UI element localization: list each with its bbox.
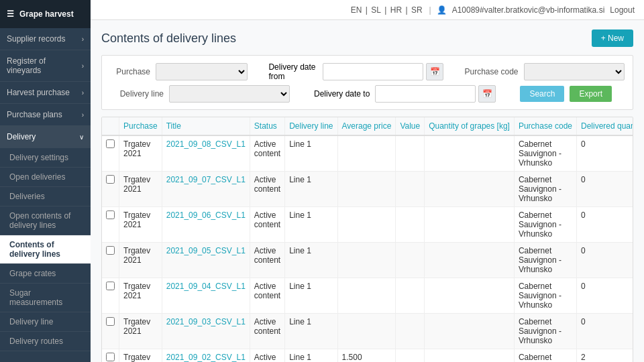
row-title[interactable]: 2021_09_06_CSV_L1 xyxy=(162,207,250,243)
row-value xyxy=(396,243,425,278)
purchase-select[interactable] xyxy=(156,63,248,80)
new-button[interactable]: + New xyxy=(592,29,633,47)
sidebar-item-contents-of-delivery-lines[interactable]: Contents of delivery lines xyxy=(0,235,91,264)
row-checkbox[interactable] xyxy=(106,139,115,148)
row-checkbox[interactable] xyxy=(106,246,115,255)
row-qty-grapes xyxy=(425,172,515,207)
row-avg-price xyxy=(337,314,396,349)
sidebar-item-delivery[interactable]: Delivery ∨ xyxy=(0,126,91,148)
row-purchase: Trgatev 2021 xyxy=(119,207,162,243)
sidebar-label-delivery-line: Delivery line xyxy=(9,317,53,326)
delivery-date-to-input[interactable] xyxy=(375,85,476,103)
row-checkbox[interactable] xyxy=(106,317,115,326)
row-status: Active content xyxy=(250,243,284,278)
row-status: Active content xyxy=(250,207,284,243)
row-checkbox[interactable] xyxy=(106,282,115,290)
sidebar-item-sugar-measurements[interactable]: Sugar measurements xyxy=(0,284,91,312)
table-row: Trgatev 2021 2021_09_06_CSV_L1 Active co… xyxy=(102,207,633,243)
row-delivered-qty: 0 xyxy=(576,243,633,278)
language-links: EN | SL | HR | SR xyxy=(350,5,424,15)
row-checkbox-cell[interactable] xyxy=(102,135,119,172)
filter-area: Purchase Delivery date from 📅 Purchase c… xyxy=(101,55,633,110)
calendar-to-icon[interactable]: 📅 xyxy=(478,85,496,103)
sidebar-item-delivery-routes[interactable]: Delivery routes xyxy=(0,332,91,351)
row-value xyxy=(396,207,425,243)
lang-hr[interactable]: HR xyxy=(390,5,402,15)
search-button[interactable]: Search xyxy=(520,86,564,102)
lang-en[interactable]: EN xyxy=(351,5,362,15)
col-delivery-line[interactable]: Delivery line xyxy=(285,117,337,135)
app-title-header: ☰ Grape harvest xyxy=(0,0,91,28)
row-avg-price xyxy=(337,207,396,243)
row-title[interactable]: 2021_09_03_CSV_L1 xyxy=(162,314,250,349)
col-status[interactable]: Status xyxy=(250,117,284,135)
delivery-date-from-input[interactable] xyxy=(323,63,423,80)
row-qty-grapes xyxy=(425,314,515,349)
sidebar-item-open-contents[interactable]: Open contents of delivery lines xyxy=(0,206,91,235)
sidebar-label-harvest-purchase: Harvest purchase xyxy=(7,88,70,97)
purchase-code-select[interactable] xyxy=(524,63,625,80)
row-title[interactable]: 2021_09_04_CSV_L1 xyxy=(162,278,250,314)
sidebar-item-deliveries[interactable]: Deliveries xyxy=(0,187,91,206)
col-purchase-code[interactable]: Purchase code xyxy=(514,117,576,135)
sidebar-item-grape-crates[interactable]: Grape crates xyxy=(0,264,91,284)
row-checkbox-cell[interactable] xyxy=(102,172,119,207)
filter-row-1: Purchase Delivery date from 📅 Purchase c… xyxy=(110,62,625,81)
logout-button[interactable]: Logout xyxy=(610,5,635,15)
col-delivered-qty[interactable]: Delivered quantity xyxy=(576,117,633,135)
chevron-icon: › xyxy=(82,89,84,97)
calendar-from-icon[interactable]: 📅 xyxy=(426,63,443,80)
delivery-line-select[interactable] xyxy=(169,85,290,103)
app-title: Grape harvest xyxy=(19,9,74,19)
row-checkbox-cell[interactable] xyxy=(102,207,119,243)
row-avg-price xyxy=(337,278,396,314)
row-checkbox[interactable] xyxy=(106,210,115,219)
sidebar-item-supplier-records[interactable]: Supplier records › xyxy=(0,28,91,50)
purchase-code-label: Purchase code xyxy=(464,67,518,76)
row-title[interactable]: 2021_09_08_CSV_L1 xyxy=(162,135,250,172)
sidebar-item-more[interactable]: ... xyxy=(0,351,91,362)
row-title[interactable]: 2021_09_02_CSV_L1 xyxy=(162,349,250,363)
row-qty-grapes xyxy=(425,207,515,243)
col-value[interactable]: Value xyxy=(396,117,425,135)
row-delivered-qty: 2 xyxy=(576,349,633,363)
lang-sr[interactable]: SR xyxy=(411,5,423,15)
row-avg-price xyxy=(337,135,396,172)
row-purchase: Trgatev 2021 xyxy=(119,314,162,349)
topbar: EN | SL | HR | SR | 👤 A10089#valter.brat… xyxy=(91,0,644,20)
sidebar-label-sugar-measurements: Sugar measurements xyxy=(9,288,62,307)
row-checkbox[interactable] xyxy=(106,175,115,184)
row-value xyxy=(396,135,425,172)
row-delivered-qty: 0 xyxy=(576,207,633,243)
col-qty-grapes[interactable]: Quantity of grapes [kg] xyxy=(425,117,515,135)
row-checkbox-cell[interactable] xyxy=(102,243,119,278)
col-purchase[interactable]: Purchase xyxy=(119,117,162,135)
row-purchase-code: Cabernet Sauvignon - Vrhunsko xyxy=(514,172,576,207)
row-checkbox-cell[interactable] xyxy=(102,278,119,314)
row-delivered-qty: 0 xyxy=(576,278,633,314)
sidebar-item-register-of-vineyards[interactable]: Register of vineyards › xyxy=(0,50,91,82)
table-row: Trgatev 2021 2021_09_07_CSV_L1 Active co… xyxy=(102,172,633,207)
filter-row-2: Delivery line Delivery date to 📅 Search … xyxy=(110,85,625,103)
lang-sl[interactable]: SL xyxy=(371,5,381,15)
col-title[interactable]: Title xyxy=(162,117,250,135)
delivery-date-to-label: Delivery date to xyxy=(314,89,370,99)
table-row: Trgatev 2021 2021_09_02_CSV_L1 Active co… xyxy=(102,349,633,363)
sidebar-label-contents-of-delivery-lines: Contents of delivery lines xyxy=(9,240,60,259)
row-checkbox-cell[interactable] xyxy=(102,349,119,363)
main-area: EN | SL | HR | SR | 👤 A10089#valter.brat… xyxy=(91,0,644,362)
sidebar-item-purchase-plans[interactable]: Purchase plans › xyxy=(0,104,91,126)
export-button[interactable]: Export xyxy=(570,86,612,102)
row-purchase: Trgatev 2021 xyxy=(119,278,162,314)
row-delivery-line: Line 1 xyxy=(285,314,337,349)
sidebar: ☰ Grape harvest Supplier records › Regis… xyxy=(0,0,91,362)
row-title[interactable]: 2021_09_05_CSV_L1 xyxy=(162,243,250,278)
sidebar-item-harvest-purchase[interactable]: Harvest purchase › xyxy=(0,82,91,104)
row-checkbox-cell[interactable] xyxy=(102,314,119,349)
sidebar-item-delivery-line[interactable]: Delivery line xyxy=(0,312,91,332)
row-checkbox[interactable] xyxy=(106,353,115,361)
sidebar-item-open-deliveries[interactable]: Open deliveries xyxy=(0,168,91,187)
sidebar-item-delivery-settings[interactable]: Delivery settings xyxy=(0,148,91,168)
row-title[interactable]: 2021_09_07_CSV_L1 xyxy=(162,172,250,207)
col-avg-price[interactable]: Average price xyxy=(337,117,396,135)
